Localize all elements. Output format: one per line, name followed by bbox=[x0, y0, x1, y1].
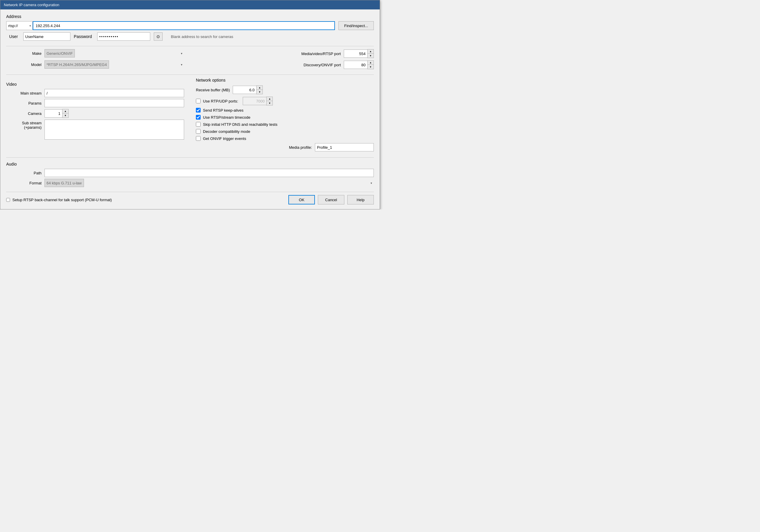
onvif-port-row: Discovery/ONVIF port ▲ ▼ bbox=[196, 60, 374, 69]
receive-buffer-input[interactable] bbox=[233, 86, 256, 94]
media-profile-input[interactable] bbox=[315, 143, 374, 151]
params-input[interactable] bbox=[44, 99, 184, 107]
receive-buffer-row: Receive buffer (MB) ▲ ▼ bbox=[196, 85, 374, 94]
timecode-row: Use RTSP/stream timecode bbox=[196, 115, 374, 120]
eye-icon: ⊙ bbox=[157, 34, 160, 39]
network-section-label: Network options bbox=[196, 78, 374, 82]
onvif-events-checkbox[interactable] bbox=[196, 136, 201, 141]
audio-section-label: Audio bbox=[6, 162, 374, 167]
rtsp-backchannel-checkbox[interactable] bbox=[6, 198, 10, 202]
rtsp-backchannel-label: Setup RTSP back-channel for talk support… bbox=[12, 198, 112, 202]
user-label: User bbox=[9, 34, 18, 39]
onvif-port-label: Discovery/ONVIF port bbox=[304, 63, 341, 67]
receive-buffer-spinner: ▲ ▼ bbox=[233, 85, 263, 94]
address-section: Address rtsp:// Find/inspect... User Pas… bbox=[6, 14, 374, 41]
onvif-port-input[interactable] bbox=[344, 61, 367, 69]
receive-buffer-down-button[interactable]: ▼ bbox=[257, 90, 262, 94]
password-input[interactable] bbox=[97, 32, 150, 41]
make-select[interactable]: Generic/ONVIF bbox=[44, 49, 75, 58]
bottom-buttons: OK Cancel Help bbox=[288, 195, 374, 205]
find-inspect-button[interactable]: Find/inspect... bbox=[339, 21, 374, 30]
timecode-checkbox[interactable] bbox=[196, 115, 201, 120]
divider-1 bbox=[6, 46, 374, 46]
camera-row: Camera ▲ ▼ bbox=[6, 109, 184, 118]
model-label: Model bbox=[6, 63, 41, 67]
address-row2: User Password ⊙ Blank address to search … bbox=[6, 32, 374, 41]
audio-format-label: Format bbox=[6, 181, 41, 185]
rtsp-keepalives-checkbox[interactable] bbox=[196, 108, 201, 113]
cancel-button[interactable]: Cancel bbox=[318, 195, 344, 205]
onvif-port-up-button[interactable]: ▲ bbox=[368, 61, 373, 65]
udp-label: Use RTP/UDP ports: bbox=[203, 99, 238, 103]
network-section: Network options Receive buffer (MB) ▲ ▼ … bbox=[196, 78, 374, 154]
ok-button[interactable]: OK bbox=[288, 195, 315, 205]
camera-label: Camera bbox=[6, 111, 41, 116]
onvif-events-label: Get ONVIF trigger events bbox=[203, 136, 246, 141]
udp-port-input[interactable] bbox=[243, 97, 266, 105]
receive-buffer-label: Receive buffer (MB) bbox=[196, 88, 230, 92]
receive-buffer-up-button[interactable]: ▲ bbox=[257, 86, 262, 90]
divider-3 bbox=[6, 157, 374, 158]
show-password-button[interactable]: ⊙ bbox=[154, 32, 163, 41]
video-section: Video Main stream Params Camera ▲ ▼ bbox=[6, 82, 184, 154]
audio-path-row: Path bbox=[6, 169, 374, 177]
params-label: Params bbox=[6, 101, 41, 106]
protocol-wrapper: rtsp:// bbox=[6, 21, 33, 30]
media-profile-label: Media profile: bbox=[289, 145, 312, 150]
audio-format-select[interactable]: 64 kbps G.711 u-law bbox=[44, 179, 84, 187]
udp-port-down-button[interactable]: ▼ bbox=[266, 101, 272, 105]
make-model-ports-section: Make Generic/ONVIF Model *RTSP H.264/H.2… bbox=[6, 49, 374, 72]
receive-buffer-spin-buttons: ▲ ▼ bbox=[256, 85, 263, 94]
video-network-section: Video Main stream Params Camera ▲ ▼ bbox=[6, 78, 374, 154]
protocol-select[interactable]: rtsp:// bbox=[6, 21, 33, 30]
rtsp-keepalives-label: Send RTSP keep-alives bbox=[203, 108, 244, 113]
camera-up-button[interactable]: ▲ bbox=[63, 109, 68, 114]
decoder-compat-row: Decoder compatibility mode bbox=[196, 129, 374, 134]
skip-http-checkbox[interactable] bbox=[196, 122, 201, 127]
user-input[interactable] bbox=[23, 32, 71, 41]
udp-row: Use RTP/UDP ports: ▲ ▼ bbox=[196, 97, 374, 106]
sub-stream-label: Sub stream (+params) bbox=[6, 121, 41, 130]
camera-input[interactable] bbox=[44, 109, 62, 118]
rtsp-port-spinner: ▲ ▼ bbox=[344, 49, 374, 58]
camera-spin-buttons: ▲ ▼ bbox=[62, 109, 69, 118]
address-input[interactable] bbox=[33, 21, 335, 30]
make-label: Make bbox=[6, 51, 41, 56]
udp-checkbox[interactable] bbox=[196, 99, 201, 103]
main-stream-input[interactable] bbox=[44, 89, 184, 97]
decoder-compat-checkbox[interactable] bbox=[196, 129, 201, 134]
model-combo-wrapper: *RTSP H.264/H.265/MJPG/MPEG4 bbox=[44, 60, 184, 69]
make-row: Make Generic/ONVIF bbox=[6, 49, 184, 58]
help-button[interactable]: Help bbox=[347, 195, 374, 205]
rtsp-port-label: Media/video/RTSP port bbox=[301, 52, 341, 56]
skip-http-row: Skip initial HTTP DNS and reachability t… bbox=[196, 122, 374, 127]
audio-section: Audio Path Format 64 kbps G.711 u-law bbox=[6, 162, 374, 187]
camera-down-button[interactable]: ▼ bbox=[63, 114, 68, 118]
rtsp-backchannel-row: Setup RTSP back-channel for talk support… bbox=[6, 198, 288, 202]
timecode-label: Use RTSP/stream timecode bbox=[203, 115, 250, 120]
ports-right: Media/video/RTSP port ▲ ▼ Discovery/ONVI… bbox=[196, 49, 374, 72]
onvif-port-down-button[interactable]: ▼ bbox=[368, 65, 373, 69]
rtsp-port-input[interactable] bbox=[344, 49, 367, 58]
model-select[interactable]: *RTSP H.264/H.265/MJPG/MPEG4 bbox=[44, 60, 109, 69]
main-stream-row: Main stream bbox=[6, 89, 184, 97]
make-model-left: Make Generic/ONVIF Model *RTSP H.264/H.2… bbox=[6, 49, 184, 72]
sub-stream-textarea[interactable] bbox=[44, 120, 184, 140]
params-row: Params bbox=[6, 99, 184, 107]
audio-path-input[interactable] bbox=[44, 169, 374, 177]
main-stream-label: Main stream bbox=[6, 91, 41, 95]
window-title: Network IP camera configuration bbox=[4, 3, 59, 7]
media-profile-row: Media profile: bbox=[196, 143, 374, 151]
address-section-label: Address bbox=[6, 14, 374, 19]
rtsp-keepalives-row: Send RTSP keep-alives bbox=[196, 108, 374, 113]
udp-port-spinner: ▲ ▼ bbox=[243, 97, 273, 106]
rtsp-port-up-button[interactable]: ▲ bbox=[368, 49, 373, 54]
rtsp-port-down-button[interactable]: ▼ bbox=[368, 54, 373, 58]
audio-format-combo-wrapper: 64 kbps G.711 u-law bbox=[44, 179, 374, 187]
udp-port-up-button[interactable]: ▲ bbox=[266, 97, 272, 101]
address-row1: rtsp:// Find/inspect... bbox=[6, 21, 374, 30]
main-window: Network IP camera configuration Address … bbox=[0, 0, 380, 210]
title-bar: Network IP camera configuration bbox=[0, 0, 380, 9]
sub-stream-row: Sub stream (+params) bbox=[6, 120, 184, 140]
udp-port-spin-buttons: ▲ ▼ bbox=[266, 97, 273, 106]
